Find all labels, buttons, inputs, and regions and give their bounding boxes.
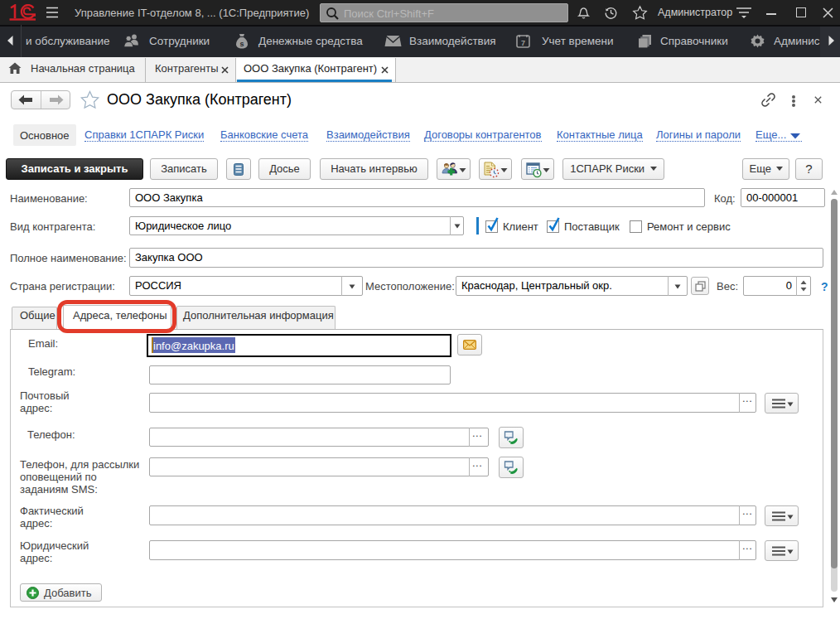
svg-text:s: s — [239, 40, 244, 48]
svg-text:7: 7 — [521, 39, 525, 47]
